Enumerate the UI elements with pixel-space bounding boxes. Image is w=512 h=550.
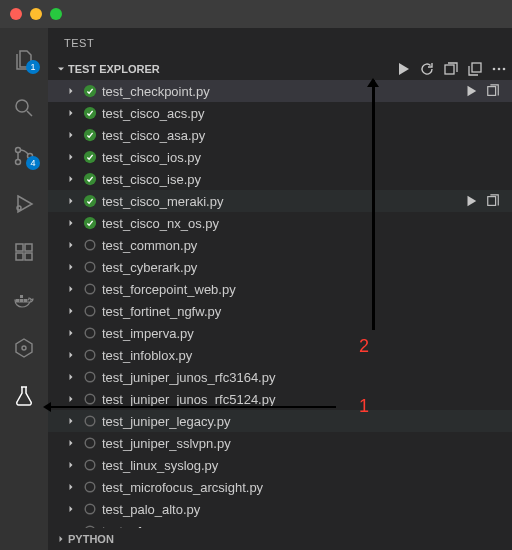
refresh-icon [419, 61, 435, 77]
chevron-right-icon[interactable] [64, 107, 78, 119]
svg-rect-27 [488, 197, 496, 206]
test-name: test_juniper_legacy.py [102, 414, 512, 429]
run-test-button[interactable] [462, 84, 480, 98]
test-name: test_checkpoint.py [102, 84, 462, 99]
debug-icon [12, 192, 36, 216]
collapse-all-button[interactable] [466, 58, 484, 80]
test-row[interactable]: test_imperva.py [48, 322, 512, 344]
refresh-tests-button[interactable] [418, 58, 436, 80]
chevron-right-icon[interactable] [64, 217, 78, 229]
run-tests-button[interactable] [394, 58, 412, 80]
test-row[interactable]: test_juniper_junos_rfc3164.py [48, 366, 512, 388]
chevron-right-icon [54, 533, 68, 545]
section-actions [394, 58, 508, 80]
chevron-right-icon[interactable] [64, 151, 78, 163]
test-name: test_juniper_junos_rfc5124.py [102, 392, 512, 407]
expand-all-button[interactable] [442, 58, 460, 80]
chevron-right-icon[interactable] [64, 393, 78, 405]
svg-point-4 [17, 206, 21, 210]
chevron-right-icon[interactable] [64, 503, 78, 515]
test-row[interactable]: test_juniper_sslvpn.py [48, 432, 512, 454]
row-actions [462, 84, 512, 98]
svg-rect-12 [20, 295, 23, 298]
svg-rect-8 [25, 253, 32, 260]
chevron-right-icon[interactable] [64, 349, 78, 361]
minimize-window-button[interactable] [30, 8, 42, 20]
status-notrun-icon [82, 259, 98, 275]
test-tree[interactable]: test_checkpoint.pytest_cisco_acs.pytest_… [48, 80, 512, 528]
chevron-right-icon[interactable] [64, 371, 78, 383]
test-row[interactable]: test_checkpoint.py [48, 80, 512, 102]
chevron-right-icon[interactable] [64, 85, 78, 97]
test-name: test_infoblox.py [102, 348, 512, 363]
chevron-right-icon[interactable] [64, 261, 78, 273]
svg-point-17 [493, 68, 496, 71]
chevron-right-icon[interactable] [64, 195, 78, 207]
test-row[interactable]: test_cisco_ise.py [48, 168, 512, 190]
more-actions-button[interactable] [490, 58, 508, 80]
chevron-right-icon[interactable] [64, 305, 78, 317]
activity-kubernetes[interactable] [0, 324, 48, 372]
svg-point-41 [85, 504, 95, 514]
svg-point-2 [16, 160, 21, 165]
test-row[interactable]: test_forcepoint_web.py [48, 278, 512, 300]
svg-marker-13 [16, 339, 32, 357]
test-row[interactable]: test_microfocus_arcsight.py [48, 476, 512, 498]
test-row[interactable]: test_linux_syslog.py [48, 454, 512, 476]
status-notrun-icon [82, 479, 98, 495]
test-row[interactable]: test_cisco_asa.py [48, 124, 512, 146]
test-row[interactable]: test_cisco_nx_os.py [48, 212, 512, 234]
chevron-right-icon[interactable] [64, 129, 78, 141]
close-window-button[interactable] [10, 8, 22, 20]
chevron-right-icon[interactable] [64, 173, 78, 185]
run-test-button[interactable] [462, 194, 480, 208]
activity-docker[interactable] [0, 276, 48, 324]
activity-bar: 1 4 [0, 28, 48, 550]
test-row[interactable]: test_juniper_legacy.py [48, 410, 512, 432]
chevron-right-icon[interactable] [64, 327, 78, 339]
activity-explorer[interactable]: 1 [0, 36, 48, 84]
svg-point-14 [22, 346, 26, 350]
section-title: TEST EXPLORER [68, 63, 394, 75]
test-row[interactable]: test_cisco_meraki.py [48, 190, 512, 212]
activity-debug[interactable] [0, 180, 48, 228]
test-name: test_cisco_ise.py [102, 172, 512, 187]
chevron-right-icon[interactable] [64, 437, 78, 449]
status-notrun-icon [82, 369, 98, 385]
status-notrun-icon [82, 435, 98, 451]
ellipsis-icon [491, 61, 507, 77]
test-row[interactable]: test_common.py [48, 234, 512, 256]
section-header-test-explorer[interactable]: TEST EXPLORER [48, 58, 512, 80]
activity-extensions[interactable] [0, 228, 48, 276]
test-row[interactable]: test_fortinet_ngfw.py [48, 300, 512, 322]
test-row[interactable]: test_infoblox.py [48, 344, 512, 366]
test-name: test_linux_syslog.py [102, 458, 512, 473]
svg-rect-7 [16, 253, 23, 260]
test-row[interactable]: test_juniper_junos_rfc5124.py [48, 388, 512, 410]
reveal-test-button[interactable] [484, 194, 502, 208]
test-name: test_cyberark.py [102, 260, 512, 275]
reveal-test-button[interactable] [484, 84, 502, 98]
chevron-right-icon[interactable] [64, 459, 78, 471]
chevron-right-icon[interactable] [64, 415, 78, 427]
status-notrun-icon [82, 237, 98, 253]
badge: 1 [26, 60, 40, 74]
beaker-icon [12, 384, 36, 408]
activity-testing[interactable] [0, 372, 48, 420]
status-pass-icon [82, 83, 98, 99]
maximize-window-button[interactable] [50, 8, 62, 20]
chevron-right-icon[interactable] [64, 283, 78, 295]
test-row[interactable]: test_pfsense.py [48, 520, 512, 528]
expand-icon [443, 61, 459, 77]
activity-scm[interactable]: 4 [0, 132, 48, 180]
activity-search[interactable] [0, 84, 48, 132]
test-name: test_cisco_nx_os.py [102, 216, 512, 231]
chevron-right-icon[interactable] [64, 481, 78, 493]
test-row[interactable]: test_cisco_acs.py [48, 102, 512, 124]
chevron-right-icon[interactable] [64, 239, 78, 251]
test-name: test_juniper_sslvpn.py [102, 436, 512, 451]
test-row[interactable]: test_cisco_ios.py [48, 146, 512, 168]
test-row[interactable]: test_cyberark.py [48, 256, 512, 278]
section-header-python[interactable]: PYTHON [48, 528, 512, 550]
test-row[interactable]: test_palo_alto.py [48, 498, 512, 520]
